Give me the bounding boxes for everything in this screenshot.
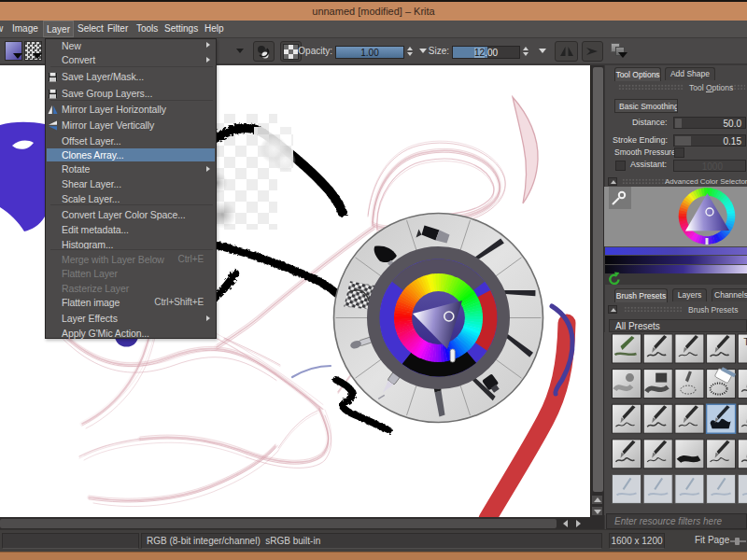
svg-text:T: T <box>743 336 747 347</box>
